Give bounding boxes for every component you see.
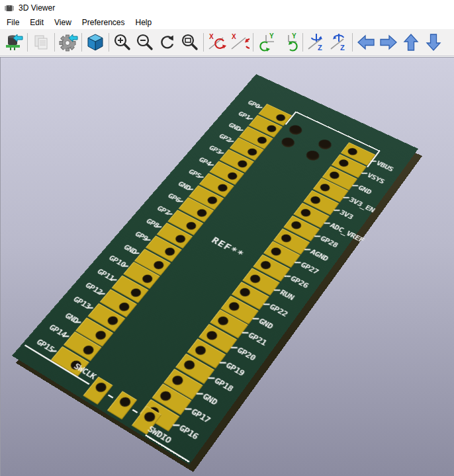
pin-label-gp7: GP7 (143, 198, 171, 216)
move-up-button[interactable] (400, 31, 422, 54)
pin-label-gnd: GND (51, 304, 81, 325)
rotate-z-clockwise-button[interactable]: Z (305, 31, 328, 54)
move-right-button[interactable] (377, 31, 400, 54)
svg-text:Y: Y (292, 32, 296, 40)
move-left-button[interactable] (355, 31, 377, 54)
rotate-x-counterclockwise-button[interactable]: X (228, 31, 251, 54)
toolbar-separator (109, 33, 109, 52)
rotate-y-counterclockwise-button[interactable]: Y (278, 31, 300, 54)
move-right-arrow-icon (379, 33, 398, 52)
pin-label-gp8: GP8 (132, 211, 161, 229)
reload-board-icon (5, 33, 23, 52)
menu-item-help[interactable]: Help (130, 17, 158, 28)
svg-text:Z: Z (340, 44, 345, 52)
svg-text:Z: Z (318, 44, 322, 52)
pin-pointer (173, 424, 179, 426)
pin-pointer (263, 303, 270, 305)
rotate-z-counterclockwise-button[interactable]: Z (328, 31, 350, 54)
zoom-out-button[interactable] (134, 31, 156, 54)
move-down-button[interactable] (422, 31, 445, 54)
app-chip-icon (4, 3, 15, 13)
toolbar-separator (253, 33, 253, 52)
toolbar-separator (81, 33, 82, 52)
toolbar-separator (27, 33, 28, 52)
rotate-y-counterclockwise-icon: Y (279, 32, 299, 52)
render-options-button[interactable] (57, 31, 79, 54)
pin-pointer (274, 290, 281, 291)
pin-pointer (132, 409, 138, 413)
menu-item-file[interactable]: File (1, 17, 24, 28)
pin-label-gp10: GP10 (99, 250, 128, 269)
pin-pointer (304, 249, 310, 250)
rotate-z-counterclockwise-icon: Z (329, 32, 349, 52)
pin-pointer (314, 235, 320, 237)
move-down-arrow-icon (424, 33, 443, 52)
pin-pointer (242, 333, 249, 334)
render-current-view-button[interactable] (84, 31, 107, 54)
pin-pointer (285, 276, 291, 277)
pin-label-gp3: GP3 (195, 139, 222, 155)
render-options-gear-icon (58, 32, 78, 52)
window-title: 3D Viewer (19, 3, 55, 13)
silkscreen-outline-top (295, 111, 381, 151)
pin-pointer (208, 377, 215, 379)
pin-pointer (108, 394, 114, 398)
toolbar-separator (203, 33, 204, 52)
svg-text:X: X (232, 33, 236, 40)
pin-pointer (295, 262, 300, 263)
pin-pointer (185, 409, 191, 410)
mounting-hole (279, 136, 297, 149)
pin-label-gp12: GP12 (75, 277, 104, 297)
pin-pointer (231, 347, 238, 348)
redraw-button[interactable] (156, 31, 179, 54)
menu-item-edit[interactable]: Edit (24, 17, 49, 28)
rotate-x-clockwise-button[interactable]: X (206, 31, 228, 54)
menu-item-preferences[interactable]: Preferences (77, 17, 130, 28)
pin-label-gp14: GP14 (38, 319, 68, 340)
mounting-hole (287, 124, 304, 137)
zoom-out-icon (136, 33, 154, 52)
rotate-x-clockwise-icon: X (207, 32, 227, 52)
toolbar-separator (352, 33, 353, 52)
pin-label-gp0: GP0 (234, 94, 261, 110)
pin-label-gp11: GP11 (87, 263, 116, 283)
pin-label-gp2: GP2 (205, 128, 232, 144)
pin-pointer (361, 173, 367, 174)
menu-bar: FileEditViewPreferencesHelp (0, 15, 454, 29)
move-up-arrow-icon (402, 33, 420, 52)
pin-label-gnd: GND (164, 174, 192, 191)
zoom-in-button[interactable] (111, 31, 134, 54)
pin-pointer (343, 197, 349, 198)
pin-pointer (220, 362, 226, 364)
toolbar-separator (302, 33, 303, 52)
svg-text:Y: Y (269, 32, 274, 40)
mounting-hole (304, 149, 322, 163)
toolbar: X X Y Y (0, 29, 454, 56)
menu-item-view[interactable]: View (49, 17, 77, 28)
pin-pointer (253, 318, 259, 319)
pin-label-gp1: GP1 (225, 105, 252, 121)
copy-image-button[interactable] (30, 31, 52, 54)
rotate-z-clockwise-icon: Z (306, 32, 326, 52)
pin-label-gp6: GP6 (154, 186, 181, 204)
svg-text:X: X (209, 33, 214, 40)
pin-label-gnd: GND (215, 116, 242, 132)
pin-pointer (352, 185, 358, 186)
rotate-x-counterclockwise-icon: X (230, 32, 250, 52)
rotate-y-clockwise-icon: Y (257, 32, 277, 52)
pin-label-gp4: GP4 (185, 151, 213, 168)
3d-viewport[interactable]: GP0VBUSGP1VSYSGNDGNDGP23V3_ENGP33V3GP4AD… (0, 57, 454, 476)
pin-label-gp5: GP5 (175, 162, 203, 179)
pin-pointer (197, 393, 203, 394)
pcb-top-face: GP0VBUSGP1VSYSGNDGNDGP23V3_ENGP33V3GP4AD… (12, 74, 418, 465)
move-left-arrow-icon (357, 33, 375, 52)
mounting-hole (316, 138, 334, 151)
rotate-y-clockwise-button[interactable]: Y (255, 31, 278, 54)
reload-board-button[interactable] (3, 31, 25, 54)
pin-pointer (334, 210, 340, 211)
zoom-to-fit-button[interactable] (179, 31, 201, 54)
pin-label-gnd: GND (110, 237, 138, 256)
title-bar: 3D Viewer (0, 0, 454, 15)
pin-pointer (324, 223, 330, 224)
redraw-icon (158, 33, 177, 52)
